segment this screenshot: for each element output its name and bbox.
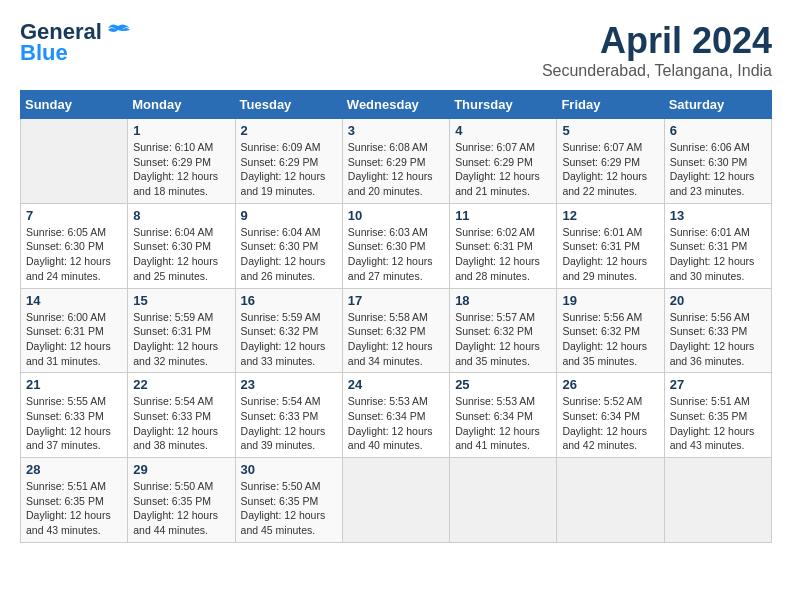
day-number: 12 bbox=[562, 208, 658, 223]
calendar-body: 1Sunrise: 6:10 AM Sunset: 6:29 PM Daylig… bbox=[21, 119, 772, 543]
day-info: Sunrise: 6:07 AM Sunset: 6:29 PM Dayligh… bbox=[562, 140, 658, 199]
day-number: 23 bbox=[241, 377, 337, 392]
calendar-cell: 4Sunrise: 6:07 AM Sunset: 6:29 PM Daylig… bbox=[450, 119, 557, 204]
day-number: 14 bbox=[26, 293, 122, 308]
calendar-cell: 17Sunrise: 5:58 AM Sunset: 6:32 PM Dayli… bbox=[342, 288, 449, 373]
column-header-monday: Monday bbox=[128, 91, 235, 119]
month-title: April 2024 bbox=[542, 20, 772, 62]
calendar-cell: 26Sunrise: 5:52 AM Sunset: 6:34 PM Dayli… bbox=[557, 373, 664, 458]
day-number: 11 bbox=[455, 208, 551, 223]
day-info: Sunrise: 5:56 AM Sunset: 6:32 PM Dayligh… bbox=[562, 310, 658, 369]
column-header-saturday: Saturday bbox=[664, 91, 771, 119]
day-number: 15 bbox=[133, 293, 229, 308]
calendar-cell: 19Sunrise: 5:56 AM Sunset: 6:32 PM Dayli… bbox=[557, 288, 664, 373]
calendar-cell: 11Sunrise: 6:02 AM Sunset: 6:31 PM Dayli… bbox=[450, 203, 557, 288]
logo: General Blue bbox=[20, 20, 132, 66]
day-info: Sunrise: 6:04 AM Sunset: 6:30 PM Dayligh… bbox=[133, 225, 229, 284]
calendar-cell: 1Sunrise: 6:10 AM Sunset: 6:29 PM Daylig… bbox=[128, 119, 235, 204]
day-number: 19 bbox=[562, 293, 658, 308]
day-info: Sunrise: 5:58 AM Sunset: 6:32 PM Dayligh… bbox=[348, 310, 444, 369]
day-number: 28 bbox=[26, 462, 122, 477]
calendar-cell: 22Sunrise: 5:54 AM Sunset: 6:33 PM Dayli… bbox=[128, 373, 235, 458]
bird-icon bbox=[104, 22, 132, 44]
week-row-1: 1Sunrise: 6:10 AM Sunset: 6:29 PM Daylig… bbox=[21, 119, 772, 204]
calendar-cell: 13Sunrise: 6:01 AM Sunset: 6:31 PM Dayli… bbox=[664, 203, 771, 288]
day-number: 30 bbox=[241, 462, 337, 477]
calendar-cell: 16Sunrise: 5:59 AM Sunset: 6:32 PM Dayli… bbox=[235, 288, 342, 373]
week-row-2: 7Sunrise: 6:05 AM Sunset: 6:30 PM Daylig… bbox=[21, 203, 772, 288]
calendar-cell bbox=[21, 119, 128, 204]
calendar-cell bbox=[342, 458, 449, 543]
calendar-cell bbox=[664, 458, 771, 543]
week-row-5: 28Sunrise: 5:51 AM Sunset: 6:35 PM Dayli… bbox=[21, 458, 772, 543]
day-info: Sunrise: 6:03 AM Sunset: 6:30 PM Dayligh… bbox=[348, 225, 444, 284]
day-info: Sunrise: 5:53 AM Sunset: 6:34 PM Dayligh… bbox=[348, 394, 444, 453]
day-info: Sunrise: 5:53 AM Sunset: 6:34 PM Dayligh… bbox=[455, 394, 551, 453]
calendar-cell: 15Sunrise: 5:59 AM Sunset: 6:31 PM Dayli… bbox=[128, 288, 235, 373]
day-info: Sunrise: 6:05 AM Sunset: 6:30 PM Dayligh… bbox=[26, 225, 122, 284]
day-info: Sunrise: 6:09 AM Sunset: 6:29 PM Dayligh… bbox=[241, 140, 337, 199]
calendar-cell: 21Sunrise: 5:55 AM Sunset: 6:33 PM Dayli… bbox=[21, 373, 128, 458]
day-number: 20 bbox=[670, 293, 766, 308]
day-number: 18 bbox=[455, 293, 551, 308]
calendar-cell: 20Sunrise: 5:56 AM Sunset: 6:33 PM Dayli… bbox=[664, 288, 771, 373]
calendar-header: SundayMondayTuesdayWednesdayThursdayFrid… bbox=[21, 91, 772, 119]
day-info: Sunrise: 6:02 AM Sunset: 6:31 PM Dayligh… bbox=[455, 225, 551, 284]
day-number: 13 bbox=[670, 208, 766, 223]
day-info: Sunrise: 5:50 AM Sunset: 6:35 PM Dayligh… bbox=[241, 479, 337, 538]
calendar-cell: 8Sunrise: 6:04 AM Sunset: 6:30 PM Daylig… bbox=[128, 203, 235, 288]
day-number: 2 bbox=[241, 123, 337, 138]
calendar-cell bbox=[450, 458, 557, 543]
calendar-cell: 25Sunrise: 5:53 AM Sunset: 6:34 PM Dayli… bbox=[450, 373, 557, 458]
day-number: 5 bbox=[562, 123, 658, 138]
calendar-cell: 29Sunrise: 5:50 AM Sunset: 6:35 PM Dayli… bbox=[128, 458, 235, 543]
day-info: Sunrise: 5:50 AM Sunset: 6:35 PM Dayligh… bbox=[133, 479, 229, 538]
week-row-3: 14Sunrise: 6:00 AM Sunset: 6:31 PM Dayli… bbox=[21, 288, 772, 373]
day-number: 17 bbox=[348, 293, 444, 308]
day-info: Sunrise: 6:01 AM Sunset: 6:31 PM Dayligh… bbox=[562, 225, 658, 284]
day-number: 25 bbox=[455, 377, 551, 392]
day-number: 1 bbox=[133, 123, 229, 138]
calendar-table: SundayMondayTuesdayWednesdayThursdayFrid… bbox=[20, 90, 772, 543]
week-row-4: 21Sunrise: 5:55 AM Sunset: 6:33 PM Dayli… bbox=[21, 373, 772, 458]
calendar-cell: 2Sunrise: 6:09 AM Sunset: 6:29 PM Daylig… bbox=[235, 119, 342, 204]
day-number: 21 bbox=[26, 377, 122, 392]
day-info: Sunrise: 5:59 AM Sunset: 6:32 PM Dayligh… bbox=[241, 310, 337, 369]
day-info: Sunrise: 5:56 AM Sunset: 6:33 PM Dayligh… bbox=[670, 310, 766, 369]
column-header-sunday: Sunday bbox=[21, 91, 128, 119]
day-number: 27 bbox=[670, 377, 766, 392]
day-info: Sunrise: 5:52 AM Sunset: 6:34 PM Dayligh… bbox=[562, 394, 658, 453]
day-info: Sunrise: 6:08 AM Sunset: 6:29 PM Dayligh… bbox=[348, 140, 444, 199]
day-info: Sunrise: 6:00 AM Sunset: 6:31 PM Dayligh… bbox=[26, 310, 122, 369]
day-number: 9 bbox=[241, 208, 337, 223]
day-number: 10 bbox=[348, 208, 444, 223]
day-info: Sunrise: 6:04 AM Sunset: 6:30 PM Dayligh… bbox=[241, 225, 337, 284]
day-info: Sunrise: 6:07 AM Sunset: 6:29 PM Dayligh… bbox=[455, 140, 551, 199]
calendar-cell: 23Sunrise: 5:54 AM Sunset: 6:33 PM Dayli… bbox=[235, 373, 342, 458]
day-number: 29 bbox=[133, 462, 229, 477]
day-number: 4 bbox=[455, 123, 551, 138]
day-info: Sunrise: 5:59 AM Sunset: 6:31 PM Dayligh… bbox=[133, 310, 229, 369]
calendar-cell: 24Sunrise: 5:53 AM Sunset: 6:34 PM Dayli… bbox=[342, 373, 449, 458]
day-info: Sunrise: 5:54 AM Sunset: 6:33 PM Dayligh… bbox=[133, 394, 229, 453]
day-number: 8 bbox=[133, 208, 229, 223]
calendar-cell: 5Sunrise: 6:07 AM Sunset: 6:29 PM Daylig… bbox=[557, 119, 664, 204]
calendar-cell: 14Sunrise: 6:00 AM Sunset: 6:31 PM Dayli… bbox=[21, 288, 128, 373]
location-title: Secunderabad, Telangana, India bbox=[542, 62, 772, 80]
logo-blue: Blue bbox=[20, 40, 68, 66]
day-info: Sunrise: 6:10 AM Sunset: 6:29 PM Dayligh… bbox=[133, 140, 229, 199]
day-info: Sunrise: 5:55 AM Sunset: 6:33 PM Dayligh… bbox=[26, 394, 122, 453]
day-number: 22 bbox=[133, 377, 229, 392]
calendar-cell: 6Sunrise: 6:06 AM Sunset: 6:30 PM Daylig… bbox=[664, 119, 771, 204]
calendar-cell: 7Sunrise: 6:05 AM Sunset: 6:30 PM Daylig… bbox=[21, 203, 128, 288]
day-info: Sunrise: 6:06 AM Sunset: 6:30 PM Dayligh… bbox=[670, 140, 766, 199]
day-number: 3 bbox=[348, 123, 444, 138]
calendar-cell: 27Sunrise: 5:51 AM Sunset: 6:35 PM Dayli… bbox=[664, 373, 771, 458]
calendar-cell: 18Sunrise: 5:57 AM Sunset: 6:32 PM Dayli… bbox=[450, 288, 557, 373]
title-area: April 2024 Secunderabad, Telangana, Indi… bbox=[542, 20, 772, 80]
calendar-cell: 30Sunrise: 5:50 AM Sunset: 6:35 PM Dayli… bbox=[235, 458, 342, 543]
day-number: 16 bbox=[241, 293, 337, 308]
day-info: Sunrise: 5:54 AM Sunset: 6:33 PM Dayligh… bbox=[241, 394, 337, 453]
day-info: Sunrise: 6:01 AM Sunset: 6:31 PM Dayligh… bbox=[670, 225, 766, 284]
calendar-cell: 12Sunrise: 6:01 AM Sunset: 6:31 PM Dayli… bbox=[557, 203, 664, 288]
